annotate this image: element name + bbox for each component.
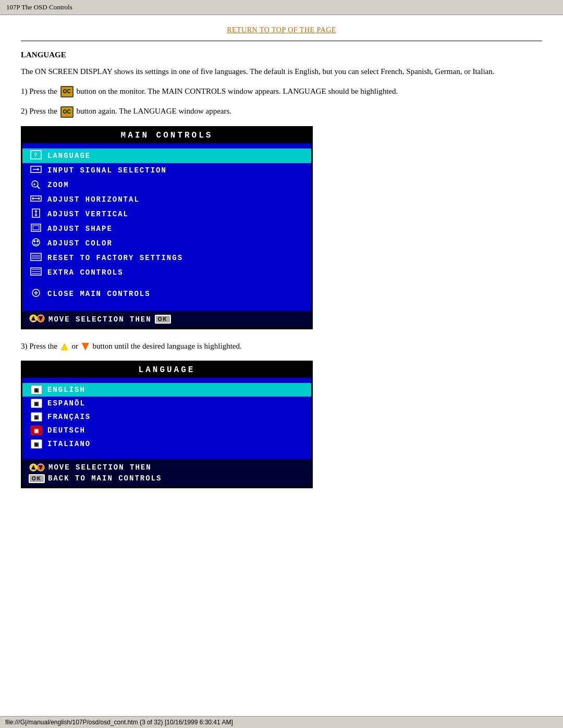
divider bbox=[21, 41, 542, 41]
lang-icon-english: ▣ bbox=[31, 385, 42, 394]
lang-item-italiano: ▣ ITALIANO bbox=[22, 437, 311, 451]
svg-text:?: ? bbox=[34, 152, 38, 158]
svg-marker-14 bbox=[34, 210, 38, 212]
arrow-down-icon bbox=[81, 342, 90, 351]
osd-bottom-label: MOVE SELECTION THEN bbox=[48, 315, 152, 324]
osd-item-language: ? LANGUAGE bbox=[22, 149, 311, 163]
status-bar: file:///G|/manual/english/107P/osd/osd_c… bbox=[0, 716, 563, 728]
lang-label-italiano: ITALIANO bbox=[47, 440, 91, 448]
osd-item-color: ADJUST COLOR bbox=[22, 236, 311, 251]
ok-button-icon-2: OC bbox=[60, 106, 74, 118]
svg-marker-4 bbox=[38, 168, 39, 171]
osd-item-vert: ADJUST VERTICAL bbox=[22, 207, 311, 221]
lang-icon-francais: ▣ bbox=[31, 412, 42, 422]
osd-label-extra: EXTRA CONTROLS bbox=[47, 268, 124, 277]
lang-item-deutsch: ▣ DEUTSCH bbox=[22, 424, 311, 437]
osd-spacer-bot bbox=[22, 303, 311, 308]
lang-title: LANGUAGE bbox=[22, 362, 311, 378]
lang-bottom-area: MOVE SELECTION THEN OK BACK TO MAIN CONT… bbox=[22, 459, 311, 487]
lang-bottom-row-1: MOVE SELECTION THEN bbox=[29, 462, 305, 473]
osd-spacer-top bbox=[22, 143, 311, 149]
ok-button-icon-1: OC bbox=[60, 86, 74, 97]
lang-icon-deutsch: ▣ bbox=[31, 426, 42, 435]
arrow-up-icon bbox=[60, 342, 69, 351]
osd-item-shape: ADJUST SHAPE bbox=[22, 221, 311, 236]
osd-icon-shape bbox=[29, 223, 43, 235]
lang-bottom-label-2: BACK TO MAIN CONTROLS bbox=[48, 474, 162, 483]
osd-icon-reset bbox=[29, 252, 43, 264]
lang-spacer-bot bbox=[22, 451, 311, 456]
step3-text-a: 3) Press the bbox=[21, 342, 59, 350]
osd-icon-extra bbox=[29, 267, 43, 278]
osd-item-reset: RESET TO FACTORY SETTINGS bbox=[22, 251, 311, 265]
step-3: 3) Press the or button until the desired… bbox=[21, 340, 542, 352]
svg-point-19 bbox=[33, 240, 35, 242]
svg-marker-10 bbox=[32, 197, 33, 200]
osd-icon-language: ? bbox=[29, 150, 43, 162]
osd-bottom-icon-1 bbox=[29, 314, 45, 325]
status-bar-text: file:///G|/manual/english/107P/osd/osd_c… bbox=[5, 719, 233, 726]
osd-spacer-mid bbox=[22, 280, 311, 285]
page-wrapper: 107P The OSD Controls RETURN TO TOP OF T… bbox=[0, 0, 563, 728]
osd-icon-color bbox=[29, 238, 43, 249]
osd-label-color: ADJUST COLOR bbox=[47, 239, 113, 248]
lang-bottom-icon bbox=[29, 463, 45, 472]
arrow-up-shape bbox=[60, 342, 69, 351]
svg-marker-15 bbox=[34, 215, 38, 216]
arrow-down-shape bbox=[81, 342, 90, 351]
return-to-top-link[interactable]: RETURN TO TOP OF THE PAGE bbox=[227, 26, 336, 34]
osd-item-zoom: + ZOOM bbox=[22, 178, 311, 192]
osd-item-input: INPUT SIGNAL SELECTION bbox=[22, 163, 311, 178]
svg-line-6 bbox=[37, 186, 40, 189]
osd-label-reset: RESET TO FACTORY SETTINGS bbox=[47, 254, 183, 262]
lang-ok-icon: OK bbox=[29, 474, 45, 483]
lang-icon-italiano: ▣ bbox=[31, 439, 42, 449]
lang-item-english: ▣ ENGLISH bbox=[22, 383, 311, 397]
lang-item-francais: ▣ FRANÇAIS bbox=[22, 410, 311, 424]
osd-bottom-bar: MOVE SELECTION THEN OK bbox=[22, 311, 311, 328]
svg-marker-11 bbox=[39, 197, 40, 200]
osd-title: MAIN CONTROLS bbox=[22, 128, 311, 143]
lang-bottom-row-2: OK BACK TO MAIN CONTROLS bbox=[29, 473, 305, 484]
osd-label-input: INPUT SIGNAL SELECTION bbox=[47, 166, 167, 175]
title-bar: 107P The OSD Controls bbox=[0, 0, 563, 15]
osd-label-zoom: ZOOM bbox=[47, 181, 69, 189]
osd-item-horiz: ADJUST HORIZONTAL bbox=[22, 192, 311, 207]
step2-text-a: 2) Press the bbox=[21, 107, 59, 115]
osd-label-shape: ADJUST SHAPE bbox=[47, 225, 113, 233]
step1-text-a: 1) Press the bbox=[21, 87, 59, 95]
osd-icon-close bbox=[29, 288, 43, 300]
osd-item-extra: EXTRA CONTROLS bbox=[22, 265, 311, 280]
osd-label-language: LANGUAGE bbox=[47, 152, 91, 160]
title-bar-text: 107P The OSD Controls bbox=[6, 3, 72, 11]
lang-label-english: ENGLISH bbox=[47, 386, 85, 394]
return-link-container: RETURN TO TOP OF THE PAGE bbox=[21, 26, 542, 34]
lang-spacer-top bbox=[22, 378, 311, 383]
step2-text-b: button again. The LANGUAGE window appear… bbox=[77, 107, 232, 115]
svg-rect-17 bbox=[33, 226, 39, 230]
lang-label-francais: FRANÇAIS bbox=[47, 413, 91, 421]
osd-ok-icon: OK bbox=[155, 315, 171, 324]
lang-label-deutsch: DEUTSCH bbox=[47, 426, 85, 435]
osd-icon-vert bbox=[29, 208, 43, 220]
step1-text-b: button on the monitor. The MAIN CONTROLS… bbox=[77, 87, 398, 95]
osd-item-close: CLOSE MAIN CONTROLS bbox=[22, 285, 311, 303]
content-area: RETURN TO TOP OF THE PAGE LANGUAGE The O… bbox=[0, 15, 563, 509]
main-controls-osd: MAIN CONTROLS ? LANGUAGE bbox=[21, 126, 313, 329]
osd-label-horiz: ADJUST HORIZONTAL bbox=[47, 195, 140, 204]
language-osd: LANGUAGE ▣ ENGLISH ▣ ESPANÕL ▣ FRANÇAIS … bbox=[21, 361, 313, 488]
osd-label-close: CLOSE MAIN CONTROLS bbox=[47, 290, 151, 298]
osd-icon-zoom: + bbox=[29, 179, 43, 191]
svg-point-20 bbox=[36, 240, 39, 242]
osd-label-vert: ADJUST VERTICAL bbox=[47, 210, 129, 218]
section-title: LANGUAGE bbox=[21, 51, 542, 59]
lang-item-espanol: ▣ ESPANÕL bbox=[22, 397, 311, 410]
osd-icon-horiz bbox=[29, 194, 43, 205]
step3-text-b: or bbox=[72, 342, 80, 350]
osd-icon-input bbox=[29, 165, 43, 176]
lang-bottom-label-1: MOVE SELECTION THEN bbox=[48, 463, 152, 472]
step3-text-c: button until the desired language is hig… bbox=[93, 342, 242, 350]
step-2: 2) Press the OC button again. The LANGUA… bbox=[21, 105, 542, 118]
lang-label-espanol: ESPANÕL bbox=[47, 399, 85, 408]
step-1: 1) Press the OC button on the monitor. T… bbox=[21, 85, 542, 98]
